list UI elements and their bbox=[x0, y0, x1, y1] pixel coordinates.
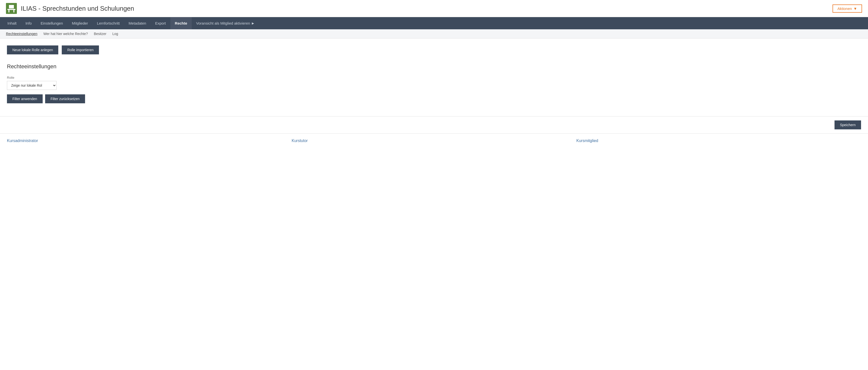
svg-rect-4 bbox=[9, 5, 14, 8]
main-nav: Inhalt Info Einstellungen Mitglieder Ler… bbox=[0, 17, 868, 29]
sub-nav-rechteeinstellungen[interactable]: Rechteeinstellungen bbox=[6, 32, 37, 36]
save-row: Speichern bbox=[0, 116, 868, 133]
sub-nav-besitzer[interactable]: Besitzer bbox=[94, 32, 106, 36]
roles-row: Kursadministrator Kurstutor Kursmitglied bbox=[0, 133, 868, 148]
content-area: Neue lokale Rolle anlegen Rolle importie… bbox=[0, 38, 868, 110]
voransicht-label: Voransicht als Mitglied aktivieren bbox=[196, 21, 250, 25]
chevron-down-icon: ▼ bbox=[854, 6, 857, 11]
role-kursmitglied[interactable]: Kursmitglied bbox=[576, 139, 861, 143]
nav-item-info[interactable]: Info bbox=[21, 17, 36, 29]
nav-item-inhalt[interactable]: Inhalt bbox=[3, 17, 21, 29]
action-buttons-row: Neue lokale Rolle anlegen Rolle importie… bbox=[7, 46, 861, 54]
nav-item-voransicht[interactable]: Voransicht als Mitglied aktivieren ► bbox=[192, 17, 259, 29]
nav-item-rechte[interactable]: Rechte bbox=[170, 17, 192, 29]
svg-rect-2 bbox=[8, 10, 9, 12]
section-title: Rechteeinstellungen bbox=[7, 63, 861, 70]
filter-buttons-row: Filter anwenden Filter zurücksetzen bbox=[7, 94, 861, 103]
aktionen-label: Aktionen bbox=[837, 6, 852, 11]
nav-item-export[interactable]: Export bbox=[151, 17, 170, 29]
ilias-logo-icon bbox=[6, 3, 17, 14]
role-filter-label: Rolle bbox=[7, 76, 861, 80]
sub-nav-wer-hat-rechte[interactable]: Wer hat hier welche Rechte? bbox=[43, 32, 88, 36]
role-kurstutor[interactable]: Kurstutor bbox=[292, 139, 576, 143]
role-filter-select[interactable]: Zeige nur lokale Rol Alle Rollen anzeige… bbox=[7, 81, 57, 90]
nav-item-mitglieder[interactable]: Mitglieder bbox=[67, 17, 93, 29]
sub-nav: Rechteeinstellungen Wer hat hier welche … bbox=[0, 29, 868, 38]
filter-anwenden-button[interactable]: Filter anwenden bbox=[7, 94, 43, 103]
speichern-button[interactable]: Speichern bbox=[835, 120, 861, 130]
aktionen-button[interactable]: Aktionen ▼ bbox=[833, 4, 862, 13]
filter-zuruecksetzen-button[interactable]: Filter zurücksetzen bbox=[45, 94, 85, 103]
page-title: ILIAS - Sprechstunden und Schulungen bbox=[21, 5, 134, 12]
svg-rect-3 bbox=[13, 10, 14, 12]
role-kursadministrator[interactable]: Kursadministrator bbox=[7, 139, 292, 143]
neue-lokale-rolle-button[interactable]: Neue lokale Rolle anlegen bbox=[7, 46, 58, 54]
header-left: ILIAS - Sprechstunden und Schulungen bbox=[6, 3, 134, 14]
rolle-importieren-button[interactable]: Rolle importieren bbox=[62, 46, 99, 54]
nav-item-metadaten[interactable]: Metadaten bbox=[124, 17, 151, 29]
nav-item-einstellungen[interactable]: Einstellungen bbox=[36, 17, 67, 29]
arrow-right-icon: ► bbox=[251, 21, 255, 25]
nav-item-lernfortschritt[interactable]: Lernfortschritt bbox=[93, 17, 124, 29]
svg-rect-1 bbox=[7, 9, 16, 10]
header: ILIAS - Sprechstunden und Schulungen Akt… bbox=[0, 0, 868, 17]
sub-nav-log[interactable]: Log bbox=[112, 32, 118, 36]
filter-form: Rolle Zeige nur lokale Rol Alle Rollen a… bbox=[7, 76, 861, 90]
